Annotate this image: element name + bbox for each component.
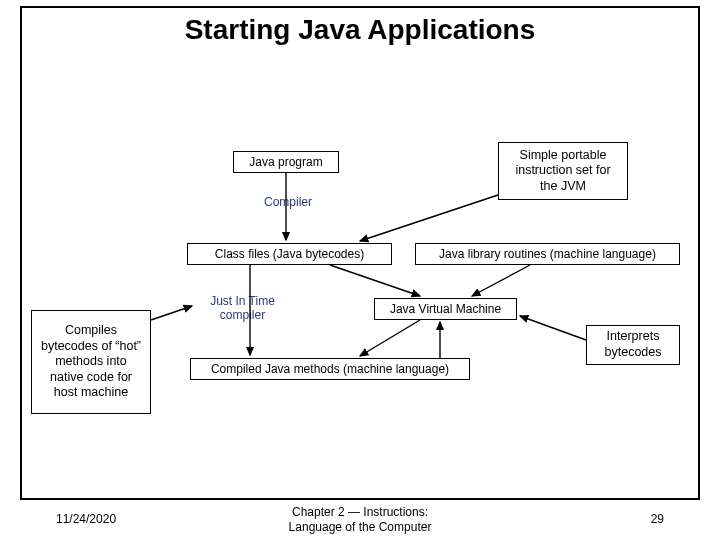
callout-jvm-iset: Simple portable instruction set for the …	[498, 142, 628, 200]
box-compiled-methods: Compiled Java methods (machine language)	[190, 358, 470, 380]
footer-center: Chapter 2 — Instructions:Language of the…	[0, 505, 720, 534]
label-compiler: Compiler	[253, 195, 323, 209]
slide-footer: 11/24/2020 Chapter 2 — Instructions:Lang…	[0, 500, 720, 540]
callout-jit-desc: Compiles bytecodes of “hot” methods into…	[31, 310, 151, 414]
box-java-program: Java program	[233, 151, 339, 173]
box-jvm: Java Virtual Machine	[374, 298, 517, 320]
label-jit: Just In Time compiler	[195, 294, 290, 322]
box-class-files: Class files (Java bytecodes)	[187, 243, 392, 265]
footer-page: 29	[651, 512, 664, 526]
page-title: Starting Java Applications	[0, 14, 720, 46]
footer-chapter: Chapter 2 — Instructions:Language of the…	[289, 505, 432, 533]
callout-jvm-desc: Interprets bytecodes	[586, 325, 680, 365]
box-java-library: Java library routines (machine language)	[415, 243, 680, 265]
